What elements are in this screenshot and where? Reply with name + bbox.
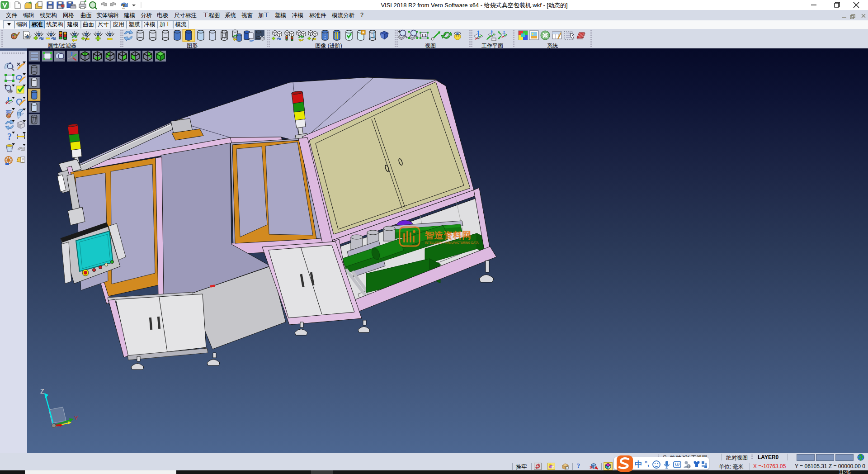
svg-text:Y: Y	[74, 415, 78, 422]
svg-text:智造资料网: 智造资料网	[425, 230, 472, 240]
svg-text:Z: Z	[40, 388, 44, 395]
svg-text:°,: °,	[645, 460, 649, 467]
svg-text:1:1: 1:1	[421, 33, 427, 38]
svg-text:中: 中	[635, 460, 642, 469]
svg-text:INTELLIGENT MANUFACTURING DATA: INTELLIGENT MANUFACTURING DATA	[425, 241, 479, 244]
svg-text:7: 7	[688, 465, 689, 468]
svg-text:?: ?	[7, 132, 12, 142]
